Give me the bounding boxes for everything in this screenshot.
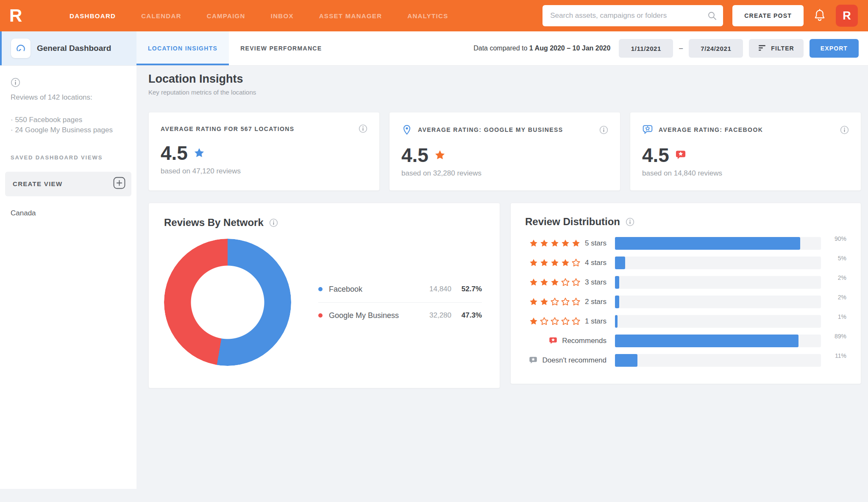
plus-icon — [113, 177, 125, 191]
star-icon — [529, 297, 538, 307]
dashboard-selector[interactable]: General Dashboard — [0, 31, 136, 65]
summary-card-average-rating-for-567-locatio: AVERAGE RATING FOR 567 LOCATIONS4.5based… — [148, 112, 380, 191]
bar-track — [615, 335, 821, 347]
star-icon — [571, 317, 581, 326]
bar-fill — [615, 315, 618, 328]
star-icon — [434, 149, 446, 161]
export-button[interactable]: EXPORT — [810, 39, 859, 58]
bar-percent-label: 2% — [821, 294, 846, 301]
donut-legend: Facebook14,84052.7%Google My Business32,… — [318, 276, 482, 329]
saved-view-canada[interactable]: Canada — [11, 209, 131, 218]
filter-icon — [758, 45, 766, 53]
app-root: R DASHBOARDCALENDARCAMPAIGNINBOXASSET MA… — [0, 0, 868, 502]
info-icon[interactable] — [599, 126, 608, 134]
info-icon[interactable] — [359, 124, 367, 133]
date-range-separator: – — [679, 45, 683, 52]
date-from-input[interactable]: 1/11/2021 — [619, 39, 673, 58]
user-avatar[interactable]: R — [836, 5, 858, 27]
topnav-actions: CREATE POST R — [542, 5, 858, 27]
reviews-by-network-panel: Reviews By Network Facebook14,84052.7%Go… — [148, 203, 500, 388]
star-icon — [529, 258, 538, 268]
nav-item-dashboard[interactable]: DASHBOARD — [70, 12, 116, 20]
star-icon — [540, 297, 549, 307]
distribution-row-label: 5 stars — [585, 239, 606, 248]
distribution-row-label: 2 stars — [585, 298, 606, 306]
notifications-bell-icon[interactable] — [813, 8, 826, 23]
date-to-input[interactable]: 7/24/2021 — [689, 39, 743, 58]
distribution-row-1-stars: 1 stars1% — [525, 315, 846, 328]
saved-views-heading: SAVED DASHBOARD VIEWS — [11, 154, 131, 161]
nav-item-inbox[interactable]: INBOX — [271, 12, 294, 20]
bar-track — [615, 354, 821, 367]
info-icon[interactable] — [359, 124, 367, 133]
bar-percent-label: 90% — [821, 235, 846, 242]
star-icon — [540, 278, 549, 287]
info-icon[interactable] — [269, 218, 278, 227]
create-post-button[interactable]: CREATE POST — [732, 5, 804, 26]
nav-item-asset-manager[interactable]: ASSET MANAGER — [319, 12, 382, 20]
nav-item-analytics[interactable]: ANALYTICS — [407, 12, 448, 20]
create-view-button[interactable]: CREATE VIEW — [5, 172, 131, 196]
bar-percent-label: 89% — [821, 333, 846, 340]
legend-dot — [318, 313, 323, 318]
bar-track — [615, 257, 821, 269]
bar-track — [615, 276, 821, 289]
review-bubble-icon — [548, 336, 558, 346]
star-icon — [550, 239, 559, 248]
dashboard-tabs: LOCATION INSIGHTSREVIEW PERFORMANCE — [136, 31, 333, 65]
star-icon — [561, 258, 570, 268]
legend-row-google-my-business[interactable]: Google My Business32,28047.3% — [318, 302, 482, 329]
card-label: AVERAGE RATING: FACEBOOK — [659, 126, 763, 133]
tab-review-performance[interactable]: REVIEW PERFORMANCE — [229, 31, 333, 65]
card-rating-value: 4.5 — [642, 145, 669, 165]
distribution-row-recommends: Recommends89% — [525, 335, 846, 347]
review-bubble-icon — [529, 356, 538, 365]
search-icon[interactable] — [707, 11, 717, 22]
sidebar-summary-item: · 550 Facebook pages — [11, 115, 131, 126]
card-caption: based on 14,840 reviews — [642, 169, 849, 178]
card-caption: based on 47,120 reviews — [161, 167, 367, 176]
filter-button[interactable]: FILTER — [749, 39, 804, 58]
bar-fill — [615, 257, 625, 269]
info-icon[interactable] — [626, 218, 634, 226]
gauge-icon — [11, 39, 31, 58]
bar-percent-label: 11% — [821, 352, 846, 359]
bar-percent-label: 5% — [821, 255, 846, 262]
location-pin-icon — [401, 124, 412, 135]
sidebar-info-icon[interactable] — [11, 78, 131, 87]
star-icon — [529, 278, 538, 287]
sidebar-summary-list: · 550 Facebook pages· 24 Google My Busin… — [11, 115, 131, 136]
star-icon — [529, 317, 538, 326]
legend-label: Google My Business — [329, 311, 399, 320]
star-icon — [550, 317, 559, 326]
search-input[interactable] — [542, 5, 723, 26]
star-icon — [561, 297, 570, 307]
nav-item-campaign[interactable]: CAMPAIGN — [207, 12, 245, 20]
info-icon[interactable] — [840, 126, 849, 134]
sidebar: Reviews of 142 locations: · 550 Facebook… — [0, 66, 136, 489]
tab-location-insights[interactable]: LOCATION INSIGHTS — [136, 31, 229, 65]
compare-range-text: Data compared to 1 Aug 2020 – 10 Jan 202… — [473, 45, 610, 52]
nav-item-calendar[interactable]: CALENDAR — [141, 12, 181, 20]
compare-range-dates: 1 Aug 2020 – 10 Jan 2020 — [529, 45, 611, 52]
dashboard-name: General Dashboard — [37, 44, 111, 53]
star-icon — [529, 239, 538, 248]
star-icon — [571, 297, 581, 307]
info-icon[interactable] — [840, 126, 849, 134]
reviews-donut-chart[interactable] — [164, 239, 291, 366]
subheader-controls: Data compared to 1 Aug 2020 – 10 Jan 202… — [473, 31, 868, 65]
distribution-row-label: 1 stars — [585, 317, 606, 326]
distribution-row-3-stars: 3 stars2% — [525, 276, 846, 289]
info-icon[interactable] — [599, 126, 608, 134]
bar-fill — [615, 354, 637, 367]
legend-row-facebook[interactable]: Facebook14,84052.7% — [318, 276, 482, 302]
star-icon — [540, 239, 549, 248]
star-icon — [550, 278, 559, 287]
distribution-row-4-stars: 4 stars5% — [525, 257, 846, 269]
distribution-row-label: 4 stars — [585, 259, 606, 267]
page-subtitle: Key reputation metrics of the locations — [148, 89, 861, 96]
distribution-row-label: Recommends — [562, 337, 606, 345]
star-icon — [561, 317, 570, 326]
distribution-row-label: 3 stars — [585, 278, 606, 287]
brand-logo[interactable]: R — [9, 7, 29, 25]
